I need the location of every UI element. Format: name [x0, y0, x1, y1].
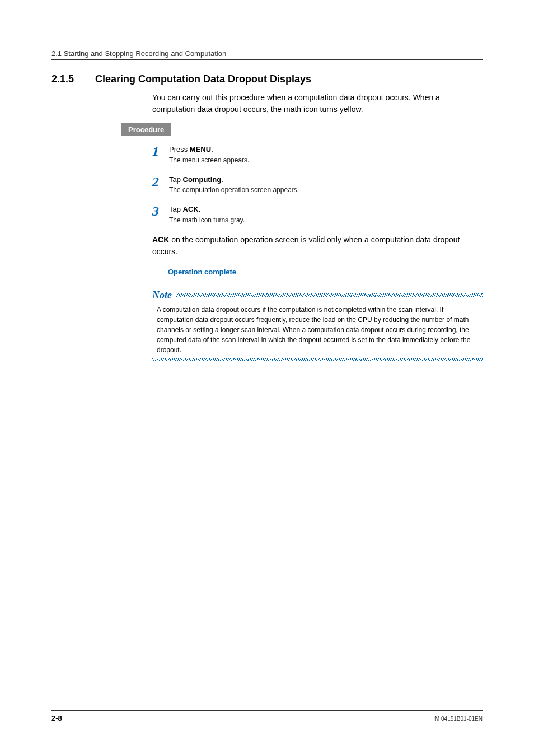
note-body: A computation data dropout occurs if the… — [152, 305, 483, 358]
section-title: Clearing Computation Data Dropout Displa… — [95, 73, 311, 85]
page-number: 2-8 — [51, 714, 62, 722]
operation-complete-label: Operation complete — [163, 268, 241, 278]
document-id: IM 04L51B01-01EN — [433, 716, 483, 722]
step-result: The math icon turns gray. — [169, 215, 245, 225]
step-number: 1 — [152, 144, 169, 165]
step-result: The computation operation screen appears… — [169, 185, 299, 195]
ack-paragraph: ACK on the computation operation screen … — [152, 234, 483, 258]
step-number: 3 — [152, 204, 169, 225]
section-number: 2.1.5 — [51, 73, 95, 85]
step-number: 2 — [152, 174, 169, 195]
step-action: Tap Computing. — [169, 174, 299, 185]
procedure-step: 2 Tap Computing. The computation operati… — [152, 174, 483, 195]
procedure-step: 3 Tap ACK. The math icon turns gray. — [152, 204, 483, 225]
note-hatch-bottom — [152, 358, 483, 361]
step-action: Tap ACK. — [169, 204, 245, 215]
step-result: The menu screen appears. — [169, 155, 249, 165]
procedure-label: Procedure — [121, 123, 171, 136]
section-breadcrumb: 2.1 Starting and Stopping Recording and … — [51, 49, 483, 60]
step-action: Press MENU. — [169, 144, 249, 155]
procedure-step: 1 Press MENU. The menu screen appears. — [152, 144, 483, 165]
section-intro: You can carry out this procedure when a … — [152, 92, 483, 115]
page-footer: 2-8 IM 04L51B01-01EN — [51, 710, 483, 722]
note-hatch-top — [176, 293, 483, 297]
note-label: Note — [152, 290, 172, 301]
